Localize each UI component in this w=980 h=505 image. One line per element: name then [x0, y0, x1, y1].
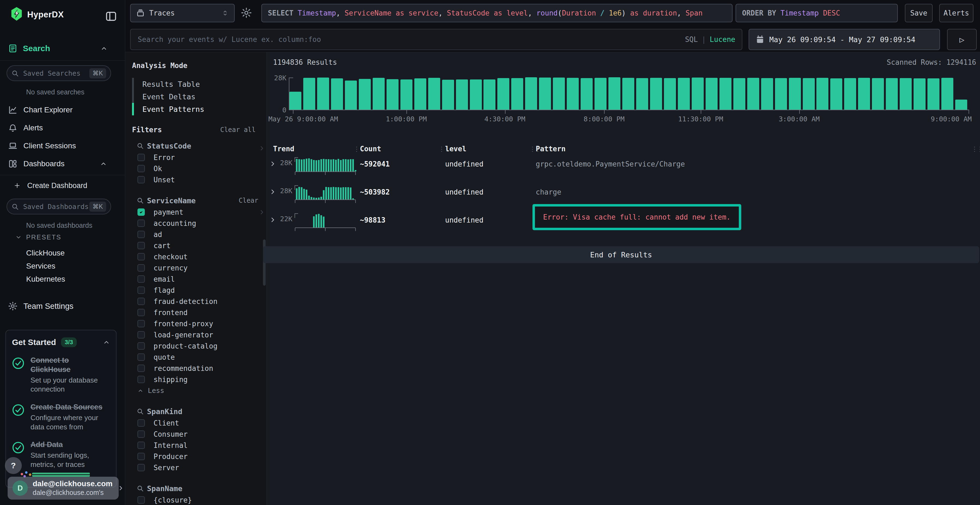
checkbox[interactable] — [137, 365, 145, 372]
sidebar-preset-services[interactable]: Services — [0, 260, 125, 273]
filter-option-product-catalog[interactable]: product-catalog — [132, 340, 267, 351]
checkbox[interactable] — [137, 353, 145, 361]
filter-option-shipping[interactable]: shipping — [132, 374, 267, 385]
filter-option-error[interactable]: Error — [132, 152, 267, 163]
analysis-mode-event-patterns[interactable]: Event Patterns — [132, 103, 241, 115]
checkbox[interactable] — [137, 441, 145, 449]
results-histogram[interactable] — [290, 78, 969, 110]
column-header-level[interactable]: level — [445, 145, 466, 153]
get-started-header[interactable]: Get Started 3/3 — [12, 337, 110, 347]
clear-all-filters-link[interactable]: Clear all — [220, 126, 256, 133]
column-header-trend[interactable]: Trend — [273, 145, 294, 153]
checkbox[interactable] — [137, 453, 145, 460]
get-started-item[interactable]: Create Data SourcesConfigure where your … — [12, 403, 110, 432]
filter-option-fraud-detection[interactable]: fraud-detection — [132, 296, 267, 307]
checkbox[interactable] — [137, 275, 145, 283]
filter-option-cart[interactable]: cart — [132, 240, 267, 251]
saved-dashboards-field[interactable] — [22, 202, 89, 211]
user-account-chip[interactable]: D dale@clickhouse.com dale@clickhouse.co… — [8, 477, 119, 500]
checkbox[interactable] — [137, 165, 145, 172]
run-query-button[interactable]: ▷ — [947, 29, 977, 50]
sidebar-item-team-settings[interactable]: Team Settings — [0, 299, 125, 314]
saved-dashboards-input[interactable]: ⌘K — [6, 199, 111, 214]
checkbox[interactable] — [137, 298, 145, 305]
collapse-less-link[interactable]: Less — [132, 385, 267, 396]
filter-option-ok[interactable]: Ok — [132, 163, 267, 174]
checkbox[interactable] — [137, 342, 145, 349]
gear-icon[interactable] — [241, 7, 252, 18]
sql-orderby-editor[interactable]: ORDER BY Timestamp DESC — [735, 4, 898, 22]
chevron-up-icon[interactable] — [103, 339, 110, 346]
save-button[interactable]: Save — [905, 4, 932, 22]
checkbox[interactable] — [137, 320, 145, 327]
get-started-item[interactable]: Connect to ClickHouseSet up your databas… — [12, 356, 110, 394]
filter-option-internal[interactable]: Internal — [132, 440, 267, 451]
sidebar-item-alerts[interactable]: Alerts — [0, 120, 125, 135]
event-search-bar[interactable]: SQL | Lucene — [130, 29, 742, 50]
filter-option-client[interactable]: Client — [132, 418, 267, 429]
get-started-item[interactable]: Add DataStart sending logs, metrics, or … — [12, 440, 110, 469]
checkbox[interactable] — [137, 496, 145, 503]
chevron-right-icon[interactable] — [258, 209, 266, 216]
checkbox[interactable] — [137, 208, 145, 216]
checkbox[interactable] — [137, 309, 145, 316]
checkbox[interactable] — [137, 154, 145, 161]
filter-option-consumer[interactable]: Consumer — [132, 429, 267, 440]
filter-option-frontend[interactable]: frontend — [132, 307, 267, 318]
sidebar-preset-clickhouse[interactable]: ClickHouse — [0, 246, 125, 260]
sidebar-item-chart-explorer[interactable]: Chart Explorer — [0, 102, 125, 118]
saved-searches-field[interactable] — [22, 69, 89, 78]
saved-searches-input[interactable]: ⌘K — [6, 65, 111, 81]
alerts-button[interactable]: Alerts — [939, 4, 974, 22]
table-row[interactable]: 22K~98813undefinedError: Visa cache full… — [267, 212, 980, 240]
sidebar-preset-kubernetes[interactable]: Kubernetes — [0, 273, 125, 286]
checkbox[interactable] — [137, 464, 145, 471]
clear-filter-link[interactable]: Clear — [239, 197, 258, 204]
checkbox[interactable] — [137, 219, 145, 227]
checkbox[interactable] — [137, 430, 145, 438]
filter-option-unset[interactable]: Unset — [132, 174, 267, 185]
table-row[interactable]: 28K~592041undefinedgrpc.oteldemo.Payment… — [267, 156, 980, 184]
filter-option-producer[interactable]: Producer — [132, 451, 267, 462]
sidebar-item-dashboards[interactable]: Dashboards — [0, 156, 125, 172]
highlighted-error-pattern[interactable]: Error: Visa cache full: cannot add new i… — [533, 204, 741, 230]
checkbox[interactable] — [137, 286, 145, 294]
filter-option-flagd[interactable]: flagd — [132, 284, 267, 296]
filter-option-load-generator[interactable]: load-generator — [132, 329, 267, 340]
column-header-count[interactable]: Count — [360, 145, 381, 153]
filter-option-checkout[interactable]: checkout — [132, 251, 267, 262]
checkbox[interactable] — [137, 176, 145, 183]
sidebar-item-client-sessions[interactable]: Client Sessions — [0, 138, 125, 154]
drag-handle-icon[interactable]: ⋮⋮ — [971, 145, 980, 153]
checkbox[interactable] — [137, 242, 145, 249]
help-button[interactable]: ? — [5, 457, 22, 474]
column-header-pattern[interactable]: Pattern — [536, 145, 566, 153]
checkbox[interactable] — [137, 376, 145, 383]
checkbox[interactable] — [137, 331, 145, 338]
analysis-mode-event-deltas[interactable]: Event Deltas — [132, 91, 241, 103]
checkbox[interactable] — [137, 264, 145, 272]
filter-option-quote[interactable]: quote — [132, 351, 267, 363]
create-dashboard-button[interactable]: Create Dashboard — [0, 178, 125, 193]
presets-toggle[interactable]: PRESETS — [0, 230, 125, 245]
checkbox[interactable] — [137, 231, 145, 238]
filter-option-payment[interactable]: payment — [132, 206, 267, 218]
sidebar-item-search[interactable]: Search — [0, 41, 125, 56]
analysis-mode-results-table[interactable]: Results Table — [132, 78, 241, 91]
event-search-input[interactable] — [137, 35, 685, 44]
checkbox[interactable] — [137, 419, 145, 427]
filter-option-ad[interactable]: ad — [132, 229, 267, 240]
source-select[interactable]: Traces — [130, 4, 235, 22]
checkbox[interactable] — [137, 253, 145, 260]
filter-option-recommendation[interactable]: recommendation — [132, 363, 267, 374]
time-range-picker[interactable]: May 26 09:09:54 - May 27 09:09:54 — [749, 29, 940, 50]
filter-option-closure[interactable]: {closure} — [132, 494, 267, 505]
filter-option-email[interactable]: email — [132, 273, 267, 284]
sql-select-editor[interactable]: SELECT Timestamp, ServiceName as service… — [261, 4, 733, 22]
filter-option-accounting[interactable]: accounting — [132, 218, 267, 229]
collapse-sidebar-icon[interactable] — [105, 10, 117, 22]
filter-option-frontend-proxy[interactable]: frontend-proxy — [132, 318, 267, 329]
lucene-toggle[interactable]: Lucene — [710, 35, 735, 43]
chevron-right-icon[interactable] — [258, 145, 266, 152]
filter-option-server[interactable]: Server — [132, 462, 267, 473]
